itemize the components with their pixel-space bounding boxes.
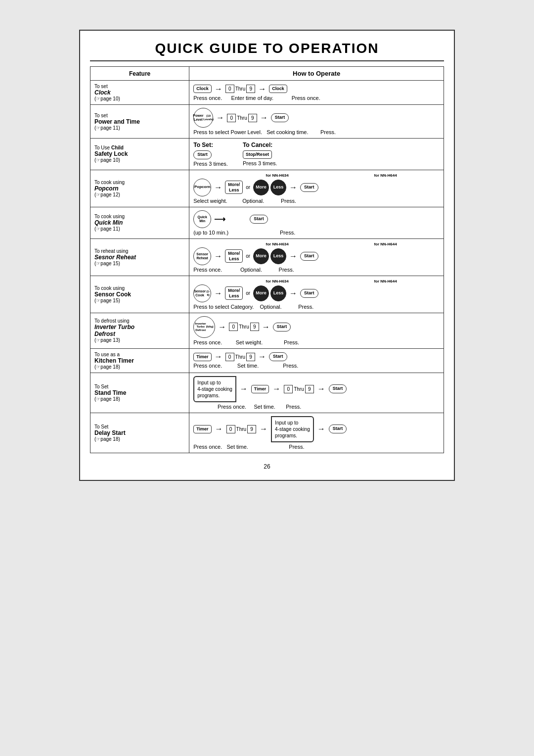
arrow-sr-2: → [289,252,297,261]
row-kitchen-timer: To use as a Kitchen Timer (☞page 18) Tim… [90,348,444,373]
num-0: 0 [225,85,234,93]
more-btn-pop: More [253,180,269,195]
arrow-pop-1: → [214,183,222,192]
more-less-btn-sr: More/Less [225,249,243,263]
ds-num-0: 0 [226,425,235,433]
inverter-turbo-btn: InverterTurboDefrost(lb/kg) [193,316,215,338]
row-stand-time: To Set Stand Time (☞page 18) Input up to… [90,373,444,413]
arrow-it-1: → [218,323,226,331]
start-btn-sc: Start [300,289,318,298]
st-num-9: 9 [305,385,314,393]
less-btn-pop: Less [270,180,286,195]
page-title: QUICK GUIDE TO OPERATION [90,41,444,61]
pt-num-0: 0 [227,114,236,122]
feature-power-time: To set Power and Time (☞page 11) [90,105,189,139]
kt-num-0: 0 [225,353,234,361]
num-9: 9 [246,85,255,93]
more-btn-sr: More [253,248,269,264]
operate-kitchen-timer: Timer → 0 Thru 9 → Start Press once. Set… [189,348,444,373]
arrow-pt-2: → [260,113,268,122]
arrow-ds-3: → [317,425,325,433]
feature-delay-start: To Set Delay Start (☞page 18) [90,413,189,453]
stop-reset-btn-cs: Stop/Reset [243,150,272,159]
row-inverter-turbo: To defrost using Inverter TurboDefrost (… [90,313,444,348]
popcorn-btn: Popcorn [193,179,211,196]
operate-power-time: PowerLevel(10 Levels) → 0 Thru 9 → Start… [189,105,444,139]
arrow-ds-2: → [260,425,267,433]
col-header-operate: How to Operate [189,67,444,81]
arrow-st-1: → [240,384,248,393]
arrow-kt-2: → [258,352,266,361]
col-header-feature: Feature [90,67,189,81]
arrow-sc-1: → [214,289,222,298]
arrow-qm: ⟶ [214,214,225,224]
row-delay-start: To Set Delay Start (☞page 18) Timer → 0 … [90,413,444,453]
kt-num-9: 9 [246,353,255,361]
it-num-9: 9 [250,323,259,331]
page-container: QUICK GUIDE TO OPERATION Feature How to … [79,30,455,481]
power-level-btn: PowerLevel(10 Levels) [193,108,213,128]
ds-num-9: 9 [247,425,256,433]
more-less-btn-sc: More/Less [225,286,243,300]
feature-clock: To set Clock (☞page 10) [90,81,189,105]
clock-btn-2: Clock [269,85,287,93]
it-num-0: 0 [229,323,238,331]
start-btn-kt: Start [269,352,287,361]
arrow-st-2: → [272,384,280,393]
more-less-btn-pop: More/Less [225,181,243,194]
row-sensor-reheat: To reheat using Sesnor Reheat (☞page 15)… [90,238,444,276]
arrow-1: → [215,85,222,94]
arrow-sr-1: → [214,252,222,261]
feature-child-safety: To Use Child Safety Lock (☞page 10) [90,139,189,170]
start-btn-ds: Start [329,425,347,433]
start-btn-pop: Start [300,183,318,192]
quick-min-btn: QuickMin [193,210,211,228]
row-child-safety: To Use Child Safety Lock (☞page 10) To S… [90,139,444,170]
more-btn-sc: More [253,285,269,301]
page-number: 26 [90,463,444,470]
operate-quick-min: QuickMin ⟶ Start (up to 10 min.) Press. [189,207,444,238]
row-sensor-cook: To cook using Sensor Cook (☞page 15) for… [90,276,444,313]
start-btn-pt: Start [271,113,289,122]
start-btn-qm: Start [250,215,268,224]
arrow-2: → [258,85,266,94]
timer-btn-ds: Timer [193,425,211,433]
operate-popcorn: for NN-H634 for NN-H644 Popcorn → More/L… [189,170,444,207]
start-btn-st: Start [329,384,347,393]
operate-sensor-cook: for NN-H634 for NN-H644 SensorCook(1-6) … [189,276,444,313]
feature-quick-min: To cook using Quick Min (☞page 11) [90,207,189,238]
row-power-time: To set Power and Time (☞page 11) PowerLe… [90,105,444,139]
feature-sensor-cook: To cook using Sensor Cook (☞page 15) [90,276,189,313]
start-btn-sr: Start [300,252,318,261]
arrow-sc-2: → [289,289,297,298]
st-num-0: 0 [284,385,293,393]
operate-stand-time: Input up to4-stage cookingprograms. → Ti… [189,373,444,413]
start-btn-it: Start [273,323,291,331]
less-btn-sc: Less [270,285,286,301]
timer-btn-kt: Timer [193,353,211,361]
operate-clock: Clock → 0 Thru 9 → Clock Press once. Ent… [189,81,444,105]
operate-inverter-turbo: InverterTurboDefrost(lb/kg) → 0 Thru 9 →… [189,313,444,348]
guide-table: Feature How to Operate To set Clock (☞pa… [90,66,444,453]
row-quick-min: To cook using Quick Min (☞page 11) Quick… [90,207,444,238]
feature-popcorn: To cook using Popcorn (☞page 12) [90,170,189,207]
row-popcorn: To cook using Popcorn (☞page 12) for NN-… [90,170,444,207]
arrow-it-2: → [262,323,270,331]
arrow-pop-2: → [289,183,297,192]
clock-btn-1: Clock [193,85,212,93]
sensor-cook-btn: SensorCook(1-6) [193,284,211,302]
sensor-reheat-btn: SensorReheat [193,247,211,265]
operate-child-safety: To Set: Start Press 3 times. To Cancel: … [189,139,444,170]
arrow-pt-1: → [216,113,224,122]
pt-num-9: 9 [248,114,257,122]
arrow-ds-1: → [215,425,223,433]
operate-sensor-reheat: for NN-H634 for NN-H644 SensorReheat → M… [189,238,444,276]
arrow-st-3: → [317,384,325,393]
arrow-kt-1: → [215,352,222,361]
feature-sensor-reheat: To reheat using Sesnor Reheat (☞page 15) [90,238,189,276]
operate-delay-start: Timer → 0 Thru 9 → Input up to4-stage co… [189,413,444,453]
less-btn-sr: Less [270,248,286,264]
start-btn-cs-set: Start [193,150,212,159]
feature-stand-time: To Set Stand Time (☞page 18) [90,373,189,413]
feature-inverter-turbo: To defrost using Inverter TurboDefrost (… [90,313,189,348]
